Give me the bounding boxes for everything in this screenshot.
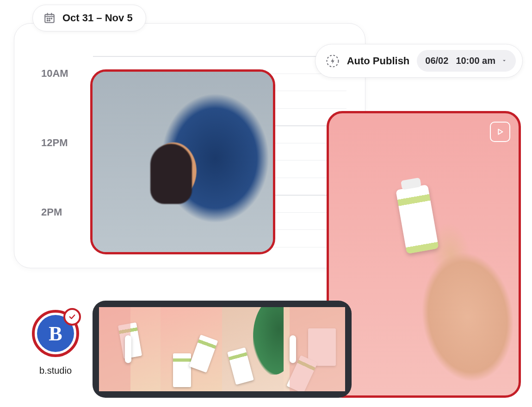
video-play-icon <box>490 122 510 142</box>
video-preview-tile[interactable] <box>327 111 521 398</box>
auto-publish-icon <box>326 54 340 68</box>
svg-point-7 <box>47 20 48 21</box>
brand-name-label: b.studio <box>23 365 88 376</box>
svg-point-8 <box>49 20 50 21</box>
auto-publish-label: Auto Publish <box>347 55 410 67</box>
timeline-frames <box>99 307 345 391</box>
publish-date: 06/02 <box>425 56 448 66</box>
chevron-down-icon <box>501 56 507 66</box>
timeline-frame <box>161 307 222 391</box>
portrait-photo <box>93 72 273 252</box>
publish-datetime-picker[interactable]: 06/02 10:00 am <box>417 50 516 72</box>
publish-time: 10:00 am <box>456 56 495 66</box>
time-label: 2PM <box>41 206 62 218</box>
calendar-icon <box>43 12 56 25</box>
trim-handle-end[interactable] <box>290 335 296 363</box>
time-label: 12PM <box>41 137 68 149</box>
date-range-label: Oct 31 – Nov 5 <box>62 12 133 24</box>
svg-marker-10 <box>498 130 502 135</box>
svg-point-4 <box>47 18 48 19</box>
date-range-picker[interactable]: Oct 31 – Nov 5 <box>32 5 146 31</box>
trim-handle-start[interactable] <box>125 335 131 363</box>
brand-account-badge[interactable]: B b.studio <box>23 310 88 376</box>
verified-check-icon <box>63 308 81 326</box>
video-frame <box>329 113 519 395</box>
video-timeline[interactable] <box>93 301 352 398</box>
svg-point-5 <box>49 18 50 19</box>
svg-point-6 <box>51 18 52 19</box>
brand-avatar: B <box>32 310 79 357</box>
time-label: 10AM <box>41 68 68 80</box>
scheduled-post-image[interactable] <box>90 69 275 254</box>
auto-publish-control: Auto Publish 06/02 10:00 am <box>315 44 523 78</box>
timeline-frame <box>222 307 284 391</box>
